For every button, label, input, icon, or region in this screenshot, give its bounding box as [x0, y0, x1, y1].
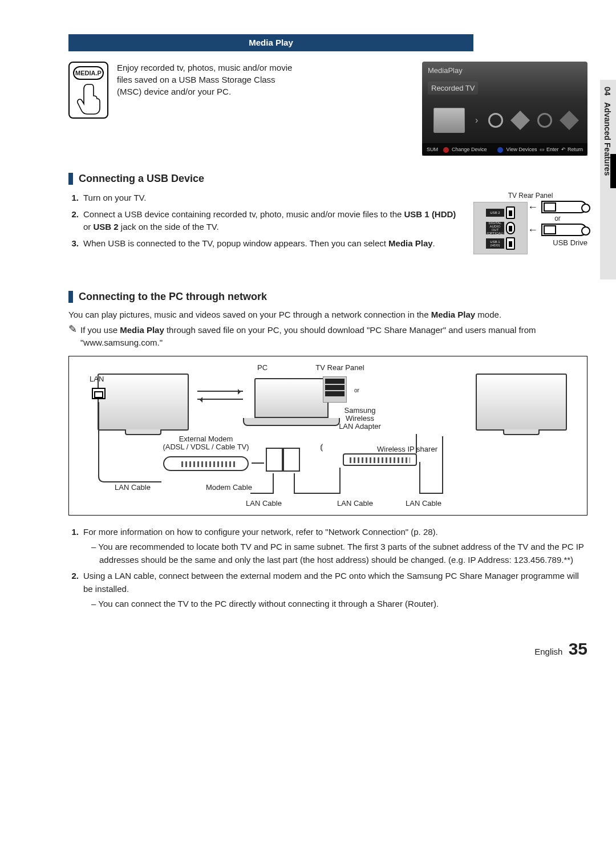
sharer-label: Wireless IP sharer — [377, 445, 437, 453]
monitor-icon — [476, 374, 567, 431]
list-item: 2. Connect a USB device containing recor… — [68, 208, 456, 234]
pc-section-heading: Connecting to the PC through network — [68, 291, 587, 303]
footer-lang: English — [534, 647, 562, 656]
section-number: 04 — [603, 87, 612, 96]
usb-section-heading: Connecting a USB Device — [68, 173, 587, 185]
a-button-icon — [443, 147, 449, 153]
lan-label: LAN — [90, 375, 104, 383]
network-diagram: LAN PC TV Rear Panel or Samsung Wireless… — [68, 356, 587, 516]
step-text: Connect a USB device containing recorded… — [83, 208, 456, 234]
tv-preview-selection: Recorded TV — [428, 82, 478, 95]
list-item: 3. When USB is connected to the TV, popu… — [68, 237, 456, 250]
list-item: 1. For more information on how to config… — [68, 526, 587, 567]
or-label: or — [528, 214, 587, 222]
step-text: For more information on how to configure… — [83, 527, 438, 537]
usb-diagram: TV Rear Panel USB 2 DIGITALAUDIO OUT(OPT… — [473, 192, 587, 257]
tv-preview-title: MediaPlay — [428, 66, 582, 75]
usb-port-icon — [506, 206, 515, 219]
step-text: Turn on your TV. — [83, 192, 146, 205]
tv-preview-footer: SUM Change Device View Devices ▭ Enter ↶… — [422, 143, 587, 156]
d-button-icon — [497, 147, 503, 153]
connection-arrows-icon — [197, 391, 243, 408]
wall-port-icon — [283, 448, 300, 472]
rear-panel-icon: USB 2 DIGITALAUDIO OUT(OPTICAL) USB 1(HD… — [473, 202, 528, 254]
sub-item: – You can connect the TV to the PC direc… — [83, 598, 587, 611]
sub-item: – You are recommended to locate both TV … — [83, 541, 587, 566]
recorded-thumb-icon — [433, 108, 465, 133]
usb2-port-label: USB 2 — [486, 209, 504, 217]
lan-cable-label: LAN Cable — [406, 499, 441, 508]
music-icon — [510, 111, 530, 130]
lan-port-icon — [92, 388, 106, 399]
modem-cable-label: Modem Cable — [206, 483, 252, 492]
adapter-label: Samsung — [345, 406, 376, 415]
rear-panel-label: TV Rear Panel — [309, 363, 371, 372]
intro-text: Enjoy recorded tv, photos, music and/or … — [117, 62, 294, 119]
remote-button-illustration: MEDIA.P — [68, 62, 108, 119]
arrow-left-icon: ← — [528, 224, 538, 236]
usb-drive-icon — [541, 224, 587, 236]
optical-port-icon — [506, 222, 515, 234]
modem-icon — [163, 456, 249, 471]
sum-label: SUM — [427, 147, 438, 152]
wifi-icon: ⦅ — [320, 442, 323, 452]
step-number: 1. — [68, 192, 79, 205]
monitor-icon — [98, 374, 189, 431]
arrow-left-icon: ← — [528, 201, 538, 213]
tv-preview: MediaPlay Recorded TV › SUM Change Devic… — [422, 62, 587, 156]
page-footer: English 35 — [68, 639, 587, 659]
pc-intro: You can play pictures, music and videos … — [68, 310, 587, 319]
note-icon: ✎ — [68, 324, 77, 349]
view-devices-label: View Devices — [506, 147, 537, 152]
wall-port-icon — [266, 448, 283, 472]
enter-label: Enter — [546, 147, 559, 152]
pc-label: PC — [257, 363, 268, 372]
chevron-right-icon: › — [475, 115, 478, 125]
hand-icon — [75, 82, 104, 115]
tv-preview-icons: › — [433, 107, 576, 133]
usb-port-icon — [506, 237, 515, 250]
media-play-banner: Media Play — [68, 34, 473, 51]
lan-cable-label: LAN Cable — [115, 483, 151, 492]
manual-page: 04 Advanced Features Media Play MEDIA.P … — [0, 0, 616, 681]
rear-panel-label: TV Rear Panel — [473, 192, 587, 200]
step-number: 3. — [68, 237, 79, 250]
step-text: When USB is connected to the TV, popup w… — [83, 237, 435, 250]
banner-title: Media Play — [249, 38, 293, 47]
step-number: 2. — [68, 570, 79, 611]
usb-drive-label: USB Drive — [528, 238, 587, 247]
router-icon — [343, 453, 417, 466]
list-item: 2. Using a LAN cable, connect between th… — [68, 570, 587, 611]
list-item: 1. Turn on your TV. — [68, 192, 456, 205]
side-black-mark — [610, 154, 616, 188]
remote-button-label: MEDIA.P — [73, 66, 104, 80]
usb-drive-icon — [541, 201, 587, 213]
videos-icon — [488, 113, 503, 128]
step-number: 2. — [68, 208, 79, 234]
usb-steps: 1. Turn on your TV. 2. Connect a USB dev… — [68, 192, 456, 250]
return-label: Return — [568, 147, 583, 152]
step-text: Using a LAN cable, connect between the e… — [83, 571, 579, 594]
or-label: or — [354, 387, 359, 393]
note: ✎ If you use Media Play through saved fi… — [68, 324, 587, 349]
rear-panel-icon — [323, 376, 347, 403]
pc-steps: 1. For more information on how to config… — [68, 526, 587, 611]
page-number: 35 — [569, 639, 587, 658]
external-modem-label: External Modem — [179, 435, 233, 443]
change-device-label: Change Device — [452, 147, 487, 152]
lan-cable-label: LAN Cable — [246, 499, 282, 508]
lan-cable-label: LAN Cable — [337, 499, 373, 508]
settings-icon — [560, 111, 579, 130]
photos-icon — [537, 113, 552, 128]
step-number: 1. — [68, 526, 79, 567]
